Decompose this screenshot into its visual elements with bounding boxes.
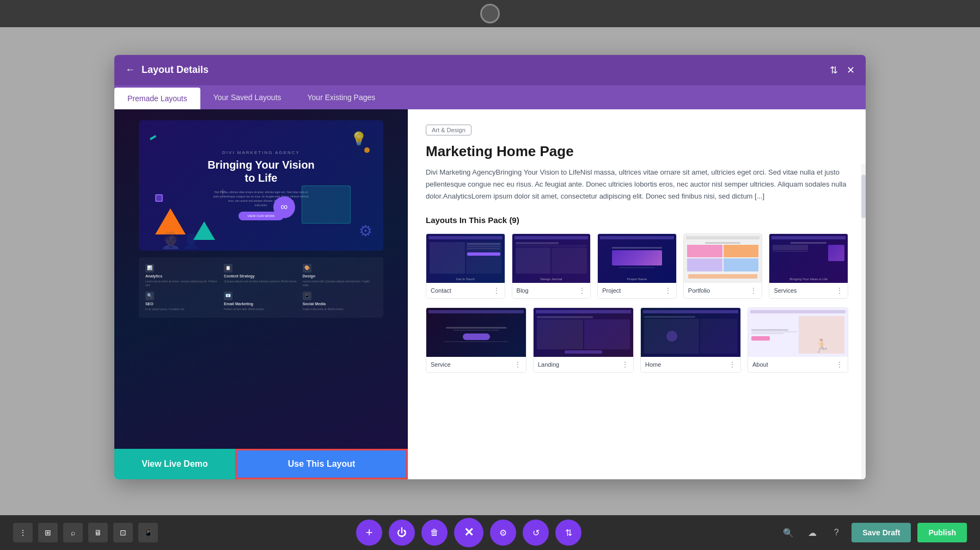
feature-analytics: 📊 Analytics Lorem ipsum dolor sit ames, … (145, 264, 219, 287)
layout-thumb-contact: Get In Touch (426, 234, 505, 283)
feature-email: 📧 Email Marketing Nullam ornare tollo. M… (224, 292, 298, 311)
analytics-icon: 📊 (145, 264, 154, 273)
layout-card-blog[interactable]: Design Journal Blog ⋮ (512, 233, 591, 299)
columns-icon-button[interactable]: ⇅ (830, 64, 838, 76)
save-draft-button[interactable]: Save Draft (852, 523, 911, 542)
grid-icon-btn[interactable]: ⊞ (38, 523, 58, 542)
layout-card-service[interactable]: Service ⋮ (426, 307, 526, 373)
tablet-icon-btn[interactable]: ⊡ (113, 523, 133, 542)
layout-description: Divi Marketing AgencyBringing Your Visio… (426, 166, 848, 202)
view-live-demo-button[interactable]: View Live Demo (114, 449, 235, 479)
toolbar-cloud-btn[interactable]: ☁ (804, 524, 821, 541)
home-more-btn[interactable]: ⋮ (728, 360, 736, 369)
layout-thumb-blog: Design Journal (512, 234, 591, 283)
layout-card-about[interactable]: 🏃 About ⋮ (748, 307, 848, 373)
history-btn[interactable]: ↺ (523, 520, 549, 546)
analytics-label: Analytics (145, 274, 219, 278)
preview-image: DIVI MARKETING AGENCY Bringing Your Visi… (114, 109, 408, 449)
layout-thumb-service (426, 308, 526, 357)
layout-card-footer-project: Project ⋮ (598, 283, 676, 298)
mockup-features: 📊 Analytics Lorem ipsum dolor sit ames, … (139, 257, 383, 318)
landing-more-btn[interactable]: ⋮ (621, 360, 629, 369)
layout-card-home[interactable]: Home ⋮ (640, 307, 741, 373)
settings-btn[interactable]: ⚙ (490, 520, 516, 546)
modal-title: Layout Details (142, 64, 830, 76)
services-more-btn[interactable]: ⋮ (836, 286, 843, 295)
toolbar-search-btn[interactable]: 🔍 (780, 524, 797, 541)
menu-icon-btn[interactable]: ⋮ (13, 523, 33, 542)
service-more-btn[interactable]: ⋮ (514, 360, 522, 369)
search-icon-btn[interactable]: ⌕ (63, 523, 83, 542)
mockup-view-work-btn[interactable]: VIEW OUR WORK (238, 212, 284, 220)
contact-label: Contact (431, 287, 451, 294)
modal-body: DIVI MARKETING AGENCY Bringing Your Visi… (114, 109, 866, 479)
close-modal-button[interactable]: ✕ (847, 64, 855, 76)
layout-btn[interactable]: ⇅ (555, 520, 581, 546)
project-more-btn[interactable]: ⋮ (664, 286, 672, 295)
services-label: Services (774, 287, 797, 294)
email-label: Email Marketing (224, 302, 298, 306)
toolbar-center: + ⏻ 🗑 ✕ ⚙ ↺ ⇅ (356, 518, 581, 547)
feature-design: 🎨 Design Lorem ornare tollo Quisque aliq… (303, 264, 377, 287)
layout-card-landing[interactable]: Landing ⋮ (533, 307, 634, 373)
about-more-btn[interactable]: ⋮ (836, 360, 843, 369)
layout-card-footer-about: About ⋮ (748, 357, 848, 372)
publish-button[interactable]: Publish (917, 523, 967, 542)
tab-existing-pages[interactable]: Your Existing Pages (295, 85, 389, 109)
close-btn[interactable]: ✕ (454, 518, 483, 547)
tab-saved-layouts[interactable]: Your Saved Layouts (200, 85, 295, 109)
layouts-grid-row1: Get In Touch Contact ⋮ (426, 233, 848, 299)
seo-desc: In ac auctor purus. Curabitur vel. (145, 307, 219, 311)
layout-card-project[interactable]: Project Name Project ⋮ (597, 233, 677, 299)
hero-title: Bringing Your Visionto Life (207, 158, 315, 184)
use-this-layout-button[interactable]: Use This Layout (235, 449, 408, 479)
toolbar-left: ⋮ ⊞ ⌕ 🖥 ⊡ 📱 (13, 523, 158, 542)
scroll-track[interactable] (861, 164, 866, 479)
detail-panel: Art & Design Marketing Home Page Divi Ma… (408, 109, 866, 479)
toolbar-help-btn[interactable]: ? (828, 524, 845, 541)
design-label: Design (303, 274, 377, 278)
layout-thumb-home (641, 308, 740, 357)
feature-content: 📋 Content Strategy Quisque aliquet sed s… (224, 264, 298, 287)
blog-label: Blog (517, 287, 529, 294)
content-label: Content Strategy (224, 274, 298, 278)
layout-card-contact[interactable]: Get In Touch Contact ⋮ (426, 233, 505, 299)
layout-thumb-services: Bringing Your Ideas to Life (769, 234, 848, 283)
scroll-thumb[interactable] (861, 175, 866, 218)
tab-premade-layouts[interactable]: Premade Layouts (114, 88, 200, 109)
toolbar-right: 🔍 ☁ ? Save Draft Publish (780, 523, 967, 542)
tabs-bar: Premade Layouts Your Saved Layouts Your … (114, 85, 866, 109)
content-icon: 📋 (224, 264, 232, 273)
contact-more-btn[interactable]: ⋮ (493, 286, 500, 295)
layout-card-portfolio[interactable]: Portfolio ⋮ (683, 233, 763, 299)
preview-panel: DIVI MARKETING AGENCY Bringing Your Visi… (114, 109, 408, 479)
layout-card-footer-service: Service ⋮ (426, 357, 526, 372)
mobile-icon-btn[interactable]: 📱 (138, 523, 158, 542)
power-btn[interactable]: ⏻ (389, 520, 415, 546)
back-button[interactable]: ← (125, 64, 135, 76)
email-desc: Nullam ornare tollo. Morbi ornare. (224, 307, 298, 311)
social-label: Social Media (303, 302, 377, 306)
delete-btn[interactable]: 🗑 (421, 520, 448, 546)
social-desc: Fugilit nulla porta at. Morbi ornare. (303, 307, 377, 311)
portfolio-label: Portfolio (688, 287, 710, 294)
layout-card-services[interactable]: Bringing Your Ideas to Life Services ⋮ (769, 233, 848, 299)
add-module-btn[interactable]: + (356, 520, 382, 546)
blog-more-btn[interactable]: ⋮ (578, 286, 586, 295)
preview-actions: View Live Demo Use This Layout (114, 449, 408, 479)
design-desc: Lorem ornare tollo Quisque aliquet sed i… (303, 280, 377, 287)
landing-label: Landing (538, 361, 559, 368)
decoration-orange-triangle (155, 208, 186, 234)
service-label: Service (431, 361, 451, 368)
layout-card-footer-landing: Landing ⋮ (534, 357, 633, 372)
design-icon: 🎨 (303, 264, 311, 273)
header-icons: ⇅ ✕ (830, 64, 855, 76)
feature-social: 📱 Social Media Fugilit nulla porta at. M… (303, 292, 377, 311)
email-icon: 📧 (224, 292, 232, 300)
feature-seo: 🔍 SEO In ac auctor purus. Curabitur vel. (145, 292, 219, 311)
layout-title: Marketing Home Page (426, 143, 848, 160)
layout-card-footer-portfolio: Portfolio ⋮ (684, 283, 762, 298)
desktop-icon-btn[interactable]: 🖥 (88, 523, 108, 542)
portfolio-more-btn[interactable]: ⋮ (750, 286, 757, 295)
social-icon: 📱 (303, 292, 311, 300)
